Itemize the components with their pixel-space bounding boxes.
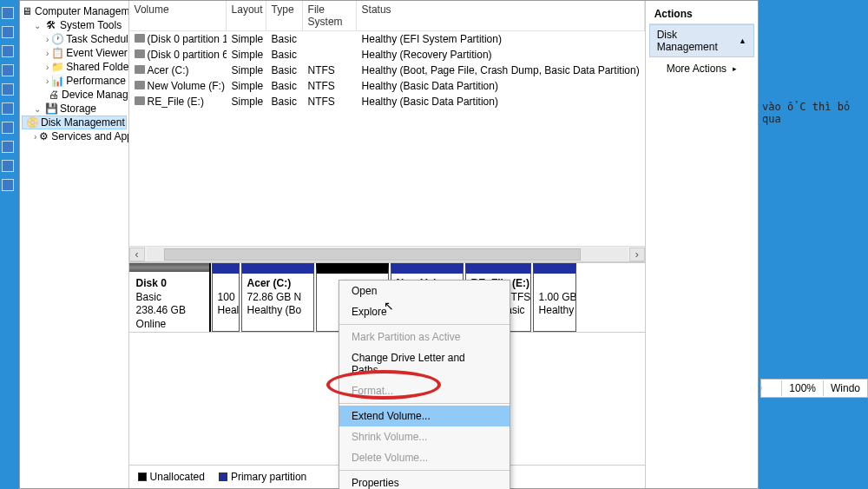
tree-label: Disk Management: [41, 116, 125, 129]
legend-swatch-primary-icon: [219, 472, 227, 481]
os-label: Windo: [823, 380, 867, 396]
tree-storage[interactable]: ⌄ 💾 Storage: [22, 102, 127, 116]
side-note: vào ổ C thì bỏ qua: [762, 101, 866, 125]
desktop-icon[interactable]: [2, 64, 14, 76]
volume-body: (Disk 0 partition 1)SimpleBasicHealthy (…: [129, 31, 645, 246]
ctx-delete-volume: Delete Volume...: [339, 447, 510, 468]
ctx-properties[interactable]: Properties: [339, 472, 510, 489]
legend-unallocated: Unallocated: [138, 471, 205, 483]
volume-header: Volume Layout Type File System Status: [129, 1, 645, 31]
ctx-extend-volume[interactable]: Extend Volume...: [339, 406, 510, 426]
col-volume[interactable]: Volume: [129, 1, 227, 30]
ctx-open[interactable]: Open: [339, 281, 510, 301]
tree-disk-management[interactable]: 📀 Disk Management: [22, 116, 127, 129]
volume-row[interactable]: Acer (C:)SimpleBasicNTFSHealthy (Boot, P…: [129, 63, 645, 78]
expand-icon[interactable]: ›: [34, 132, 36, 142]
volume-icon: [135, 81, 145, 89]
ctx-explore[interactable]: Explore: [339, 301, 510, 322]
tree-event-viewer[interactable]: › 📋 Event Viewer: [22, 46, 127, 60]
disk-name: Disk 0: [136, 277, 167, 289]
desktop-icons: [0, 0, 17, 489]
volume-row[interactable]: RE_File (E:)SimpleBasicNTFSHealthy (Basi…: [129, 94, 645, 109]
hscroll-area: ‹ ›: [129, 246, 645, 261]
scroll-left-icon[interactable]: ‹: [129, 248, 145, 261]
legend-primary: Primary partition: [219, 471, 306, 483]
actions-disk-management[interactable]: Disk Management ▲: [649, 24, 754, 57]
chevron-up-icon: ▲: [739, 36, 746, 45]
expand-icon[interactable]: ›: [46, 35, 49, 44]
collapse-icon[interactable]: ⌄: [34, 104, 43, 114]
col-layout[interactable]: Layout: [227, 1, 266, 30]
tree-root[interactable]: 🖥 Computer Management (Local): [22, 4, 127, 18]
scroll-thumb[interactable]: [164, 248, 581, 261]
scroll-right-icon[interactable]: ›: [629, 248, 645, 261]
volume-row[interactable]: New Volume (F:)SimpleBasicNTFSHealthy (B…: [129, 78, 645, 94]
tree-label: Services and Applications: [51, 130, 128, 142]
legend-label: Unallocated: [150, 471, 205, 483]
tree-system-tools[interactable]: ⌄ 🛠 System Tools: [22, 18, 127, 32]
desktop-icon[interactable]: [2, 45, 14, 57]
tree-label: Device Manager: [62, 89, 129, 101]
volume-row[interactable]: (Disk 0 partition 6)SimpleBasicHealthy (…: [129, 47, 645, 63]
partition[interactable]: Acer (C:)72.86 GB NHealthy (Bo: [241, 263, 314, 332]
volume-icon: [135, 50, 145, 58]
actions-more-label: More Actions: [667, 63, 727, 75]
expand-icon[interactable]: ›: [46, 63, 49, 72]
disk-type: Basic: [136, 291, 161, 303]
ctx-change-letter[interactable]: Change Drive Letter and Paths...: [339, 347, 510, 380]
tree-shared-folders[interactable]: › 📁 Shared Folders: [22, 60, 127, 74]
disk-stripe-icon: [129, 263, 209, 272]
status-seg: [761, 387, 781, 390]
col-status[interactable]: Status: [357, 1, 645, 30]
expand-icon[interactable]: ›: [46, 49, 49, 58]
actions-sub-label: Disk Management: [657, 29, 739, 53]
col-fs[interactable]: File System: [303, 1, 357, 30]
actions-more[interactable]: More Actions ▸: [649, 57, 754, 80]
tools-icon: 🛠: [45, 19, 57, 31]
legend-swatch-unallocated-icon: [138, 472, 147, 481]
perf-icon: 📊: [51, 75, 63, 87]
tree-label: Performance: [66, 75, 126, 87]
desktop-icon[interactable]: [2, 141, 14, 153]
tree-label: Computer Management (Local): [35, 5, 129, 17]
volume-icon: [135, 96, 145, 105]
desktop-icon[interactable]: [2, 102, 14, 115]
clock-icon: 🕐: [51, 33, 63, 45]
desktop-icon[interactable]: [2, 7, 14, 19]
volume-icon: [135, 65, 145, 74]
context-menu: Open Explore Mark Partition as Active Ch…: [339, 280, 510, 489]
desktop-icon[interactable]: [2, 83, 14, 96]
col-type[interactable]: Type: [266, 1, 303, 30]
tree-task-scheduler[interactable]: › 🕐 Task Scheduler: [22, 32, 127, 46]
tree-device-manager[interactable]: 🖨 Device Manager: [22, 88, 127, 102]
bottom-bar: 100% Windo: [760, 379, 868, 398]
desktop-icon[interactable]: [2, 26, 14, 38]
actions-panel: Actions Disk Management ▲ More Actions ▸: [646, 1, 758, 488]
partition[interactable]: 100Heal: [212, 263, 240, 332]
ctx-format: Format...: [339, 380, 510, 401]
tree-services-apps[interactable]: › ⚙ Services and Applications: [22, 129, 127, 143]
computer-icon: 🖥: [22, 5, 32, 17]
ctx-shrink-volume: Shrink Volume...: [339, 426, 510, 447]
tree-label: System Tools: [60, 19, 122, 31]
desktop-icon[interactable]: [2, 122, 14, 134]
desktop-icon[interactable]: [2, 179, 14, 191]
actions-title: Actions: [649, 4, 754, 24]
event-icon: 📋: [51, 47, 63, 59]
volume-list: Volume Layout Type File System Status (D…: [129, 1, 645, 262]
ctx-mark-active: Mark Partition as Active: [339, 327, 510, 347]
scroll-track[interactable]: [147, 248, 628, 261]
zoom-level[interactable]: 100%: [781, 380, 823, 396]
desktop-icon[interactable]: [2, 160, 14, 172]
volume-row[interactable]: (Disk 0 partition 1)SimpleBasicHealthy (…: [129, 31, 645, 47]
tree-performance[interactable]: › 📊 Performance: [22, 74, 127, 88]
tree-label: Task Scheduler: [66, 33, 128, 45]
disk-label[interactable]: Disk 0 Basic 238.46 GB Online: [129, 263, 211, 332]
services-icon: ⚙: [39, 130, 49, 142]
ctx-separator: [339, 470, 510, 471]
disk-size: 238.46 GB: [136, 304, 186, 316]
collapse-icon[interactable]: ⌄: [34, 21, 43, 30]
storage-icon: 💾: [45, 102, 57, 115]
partition[interactable]: 1.00 GBHealthy (: [533, 263, 576, 332]
expand-icon[interactable]: ›: [46, 76, 49, 86]
